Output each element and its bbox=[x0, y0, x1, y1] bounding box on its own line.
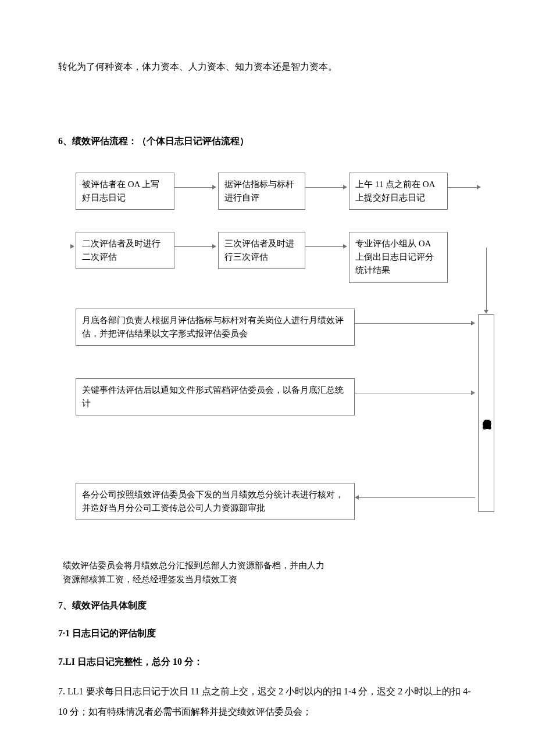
flow-box-stats-result: 专业评估小组从 OA 上倒出日志日记评分统计结果 bbox=[349, 232, 448, 283]
flow-box-write-log: 被评估者在 OA 上写好日志日记 bbox=[76, 173, 174, 210]
paragraph-capital-types: 转化为了何种资本，体力资本、人力资本、知力资本还是智力资本。 bbox=[58, 58, 477, 76]
arrow-line bbox=[355, 393, 471, 393]
flow-box-submit-11am: 上午 11 点之前在 OA 上提交好日志日记 bbox=[349, 173, 448, 210]
arrow-head bbox=[212, 244, 216, 249]
arrow-head bbox=[212, 185, 216, 189]
arrow-line bbox=[174, 187, 212, 188]
arrow-head bbox=[343, 244, 347, 249]
flow-box-committee-vertical: 由绩效评估委员会进行月绩效总分的汇总统计 bbox=[478, 314, 494, 512]
arrow-head bbox=[471, 390, 475, 395]
arrow-head bbox=[343, 185, 347, 189]
arrow-head bbox=[477, 185, 481, 189]
flow-row-1: 被评估者在 OA 上写好日志日记 据评估指标与标杆进行自评 上午 11 点之前在… bbox=[76, 173, 483, 225]
paragraph-after-flow: 绩效评估委员会将月绩效总分汇报到总部人力资源部备档，并由人力资源部核算工资，经总… bbox=[63, 558, 330, 586]
flow-box-third-eval: 三次评估者及时进行三次评估 bbox=[218, 232, 305, 270]
arrow-line bbox=[174, 246, 212, 247]
section-7-ll-title: 7.LI 日志日记完整性，总分 10 分： bbox=[58, 653, 477, 671]
arrow-line bbox=[448, 187, 477, 188]
arrow-head bbox=[471, 321, 475, 325]
section-7-title: 7、绩效评估具体制度 bbox=[58, 597, 477, 614]
arrow-line bbox=[305, 246, 343, 247]
section-7-1-title: 7·1 日志日记的评估制度 bbox=[58, 625, 477, 642]
section-6-title: 6、绩效评估流程：（个体日志日记评估流程） bbox=[58, 132, 477, 150]
spacer bbox=[58, 80, 477, 132]
flow-box-monthly-dept: 月底各部门负责人根据月评估指标与标杆对有关岗位人进行月绩效评估，并把评估结果以文… bbox=[76, 309, 355, 346]
spacer bbox=[58, 155, 477, 173]
paragraph-7-ll1: 7. LL1 要求每日日志日记于次日 11 点之前上交，迟交 2 小时以内的扣 … bbox=[58, 681, 477, 722]
arrow-head bbox=[484, 310, 488, 314]
flow-bottom: 由绩效评估委员会进行月绩效总分的汇总统计 月底各部门负责人根据月评估指标与标杆对… bbox=[76, 297, 494, 558]
arrow-head bbox=[70, 244, 74, 249]
arrow-line bbox=[355, 323, 471, 324]
flow-box-second-eval: 二次评估者及时进行二次评估 bbox=[76, 232, 174, 270]
arrow-head bbox=[355, 495, 359, 500]
flow-box-key-event: 关键事件法评估后以通知文件形式留档评估委员会，以备月底汇总统计 bbox=[76, 378, 355, 416]
flow-box-subsidiary-check: 各分公司按照绩效评估委员会下发的当月绩效总分统计表进行核对，并造好当月分公司工资… bbox=[76, 483, 355, 521]
arrow-line bbox=[486, 248, 487, 311]
flow-box-self-eval: 据评估指标与标杆进行自评 bbox=[218, 173, 305, 210]
arrow-line bbox=[359, 497, 475, 498]
arrow-line bbox=[305, 187, 343, 188]
flow-row-2: 二次评估者及时进行二次评估 三次评估者及时进行三次评估 专业评估小组从 OA 上… bbox=[76, 232, 483, 290]
